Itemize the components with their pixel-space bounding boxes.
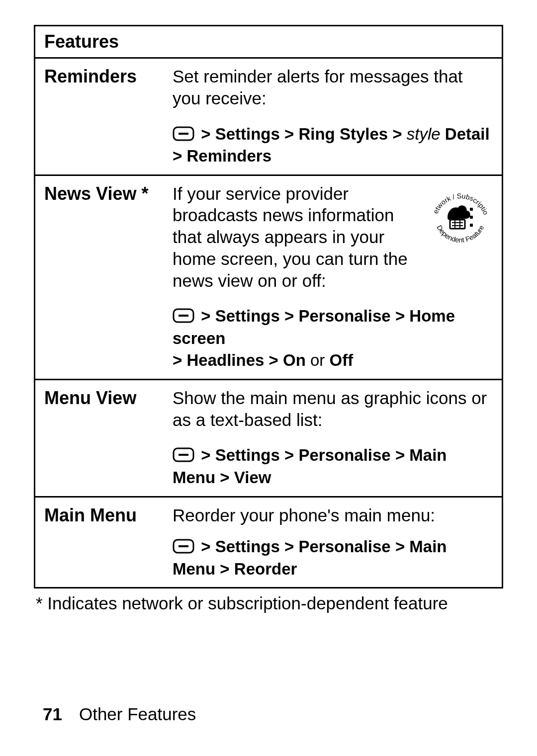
section-title: Other Features xyxy=(79,704,196,724)
menu-key-icon xyxy=(173,447,194,462)
table-row: Reminders Set reminder alerts for messag… xyxy=(35,59,502,176)
path-sep: > xyxy=(173,351,182,369)
feature-description: Show the main menu as graphic icons or a… xyxy=(173,387,493,431)
feature-body: Set reminder alerts for messages that yo… xyxy=(170,59,502,174)
footnote: * Indicates network or subscription-depe… xyxy=(34,588,503,613)
path-sep: > xyxy=(284,446,298,464)
path-step: On xyxy=(283,351,306,369)
path-sep: > xyxy=(395,446,409,464)
path-sep: > xyxy=(173,147,182,165)
feature-path: > Settings > Ring Styles > style Detail … xyxy=(173,123,493,168)
path-sep: > xyxy=(220,468,234,487)
feature-description: Set reminder alerts for messages that yo… xyxy=(173,66,493,109)
network-dependent-icon: Network / Subscription Dependent Feature xyxy=(428,185,493,250)
path-sep: > xyxy=(201,307,210,325)
path-step: Headlines xyxy=(186,351,264,369)
path-sep: > xyxy=(284,537,298,556)
path-sep: > xyxy=(284,125,298,143)
feature-body: Network / Subscription Dependent Feature xyxy=(170,176,502,379)
path-step: Settings xyxy=(215,307,280,325)
table-row: Menu View Show the main menu as graphic … xyxy=(35,380,502,498)
path-step: Ring Styles xyxy=(298,125,388,143)
svg-rect-10 xyxy=(470,216,473,219)
table-row: News View * Network / Subscription Depen… xyxy=(35,176,502,380)
feature-body: Reorder your phone's main menu: > Settin… xyxy=(170,498,502,588)
path-step: Personalise xyxy=(298,537,390,556)
page: Features Reminders Set reminder alerts f… xyxy=(0,0,537,756)
feature-body: Show the main menu as graphic icons or a… xyxy=(170,380,502,496)
path-sep: > xyxy=(201,537,210,556)
feature-name: News View * xyxy=(35,176,170,379)
feature-path: > Settings > Personalise > Main Menu > V… xyxy=(173,444,493,489)
feature-name: Main Menu xyxy=(35,498,170,588)
path-sep: > xyxy=(284,307,298,325)
svg-rect-4 xyxy=(450,220,465,229)
path-conj: or xyxy=(310,351,325,369)
icon-label-bottom: Dependent Feature xyxy=(435,224,485,244)
svg-rect-9 xyxy=(470,208,473,211)
path-step: Detail xyxy=(445,125,490,143)
feature-path: > Settings > Personalise > Main Menu > R… xyxy=(173,536,493,580)
path-sep: > xyxy=(201,446,210,464)
menu-key-icon xyxy=(173,308,194,323)
path-step: Personalise xyxy=(298,446,390,464)
path-step: Settings xyxy=(215,125,280,143)
path-step-variable: style xyxy=(407,125,441,143)
path-step: View xyxy=(234,468,271,487)
feature-name: Reminders xyxy=(35,59,170,174)
page-number: 71 xyxy=(43,704,62,724)
path-sep: > xyxy=(395,537,409,556)
path-step: Reorder xyxy=(234,560,297,578)
path-step: Settings xyxy=(215,537,280,556)
feature-name: Menu View xyxy=(35,380,170,496)
path-step: Reminders xyxy=(186,147,271,165)
table-header: Features xyxy=(35,26,128,57)
table-row: Main Menu Reorder your phone's main menu… xyxy=(35,498,502,588)
path-sep: > xyxy=(392,125,406,143)
path-step: Off xyxy=(330,351,354,369)
menu-key-icon xyxy=(173,126,194,141)
path-sep: > xyxy=(395,307,409,325)
path-step: Personalise xyxy=(298,307,390,325)
menu-key-icon xyxy=(173,539,194,554)
feature-path: > Settings > Personalise > Home screen >… xyxy=(173,305,493,372)
features-table: Features Reminders Set reminder alerts f… xyxy=(34,25,503,588)
page-footer: 71Other Features xyxy=(43,704,196,724)
table-header-row: Features xyxy=(35,26,502,59)
path-sep: > xyxy=(201,125,210,143)
svg-text:Dependent  Feature: Dependent Feature xyxy=(435,224,485,244)
feature-description: Reorder your phone's main menu: xyxy=(173,504,493,526)
path-sep: > xyxy=(220,560,234,578)
svg-rect-11 xyxy=(470,224,473,227)
path-step: Settings xyxy=(215,446,280,464)
path-sep: > xyxy=(269,351,283,369)
